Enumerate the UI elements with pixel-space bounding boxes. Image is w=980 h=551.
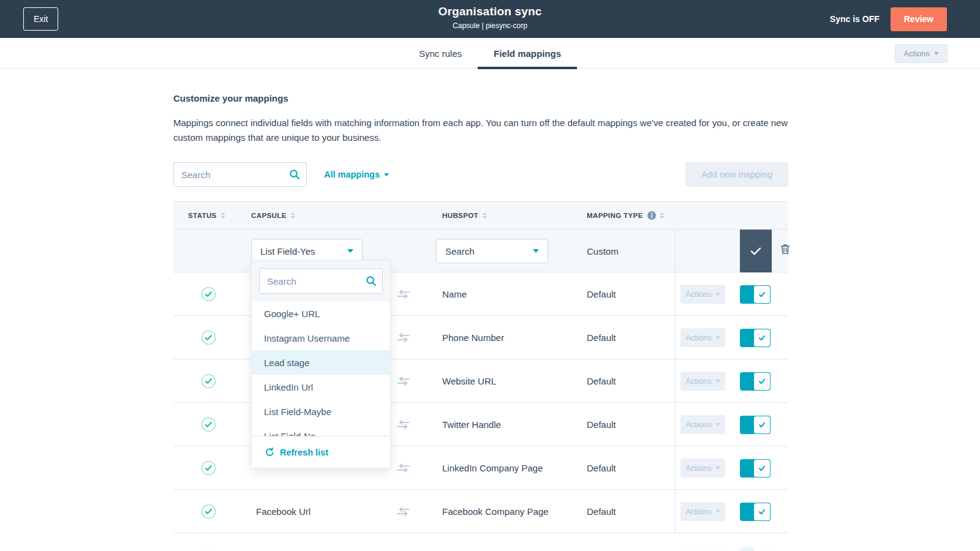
hubspot-field-name: Facebook Company Page	[436, 506, 578, 517]
hubspot-field-name: Website URL	[436, 376, 578, 386]
page-subtitle: Capsule | piesync-corp	[438, 21, 541, 30]
info-icon[interactable]	[647, 211, 656, 220]
toggle-knob	[753, 329, 771, 347]
hubspot-field-name: LinkedIn Company Page	[436, 463, 578, 473]
check-icon	[757, 463, 767, 473]
mapping-enabled-toggle[interactable]	[740, 329, 771, 347]
sync-status-label: Sync is OFF	[830, 14, 880, 24]
capsule-field-select[interactable]: List Field-Yes	[251, 239, 363, 263]
dropdown-option[interactable]: LinkedIn Url	[252, 375, 390, 399]
mapping-enabled-toggle[interactable]	[740, 285, 771, 304]
chevron-down-icon	[715, 336, 720, 339]
hubspot-field-name: Twitter Handle	[436, 419, 578, 430]
mapping-enabled-toggle[interactable]	[740, 416, 771, 434]
dropdown-option[interactable]: List Field-No	[252, 424, 390, 436]
delete-mapping-button[interactable]	[780, 243, 791, 257]
exit-button[interactable]: Exit	[23, 7, 58, 31]
dropdown-search-input[interactable]	[259, 268, 383, 294]
synced-check-icon	[201, 504, 216, 519]
mapping-type-value: Custom	[578, 246, 675, 257]
table-row-partial	[173, 533, 788, 551]
tab-sync-rules[interactable]: Sync rules	[403, 38, 478, 69]
sync-arrows-icon	[396, 290, 410, 299]
column-header-hubspot[interactable]: HUBSPOT	[436, 212, 578, 219]
hubspot-field-select-value: Search	[445, 246, 475, 257]
column-header-capsule[interactable]: CAPSULE	[251, 212, 436, 219]
mapping-type-value: Default	[578, 332, 675, 343]
sort-icon	[482, 212, 487, 219]
column-header-status[interactable]: STATUS	[173, 212, 251, 219]
main-content: Customize your mappings Mappings connect…	[173, 69, 788, 551]
refresh-icon	[265, 448, 274, 457]
mapping-enabled-toggle[interactable]	[740, 459, 771, 478]
toggle-knob	[753, 285, 771, 304]
chevron-down-icon	[347, 249, 353, 253]
review-button[interactable]: Review	[891, 7, 947, 31]
check-icon	[757, 420, 767, 430]
sort-icon	[221, 212, 225, 219]
check-icon	[748, 244, 763, 258]
toggle-knob	[753, 459, 771, 478]
actions-dropdown-button[interactable]: Actions	[895, 44, 948, 63]
sync-arrows-icon	[396, 333, 410, 342]
synced-check-icon	[201, 417, 216, 432]
mapping-type-value: Default	[578, 506, 675, 517]
check-icon	[757, 333, 767, 343]
row-actions-button[interactable]: Actions	[680, 285, 725, 304]
hubspot-field-name: Name	[436, 289, 578, 299]
page-title: Organisation sync	[438, 5, 541, 18]
sort-icon	[290, 212, 295, 219]
section-description: Mappings connect individual fields with …	[173, 116, 788, 145]
row-actions-button[interactable]: Actions	[680, 502, 725, 521]
row-actions-button[interactable]: Actions	[680, 459, 725, 478]
dropdown-option-selected[interactable]: Lead stage	[252, 350, 390, 375]
synced-check-icon	[201, 373, 216, 389]
tab-field-mappings[interactable]: Field mappings	[478, 38, 577, 69]
check-icon	[757, 507, 767, 517]
sync-arrows-icon	[396, 420, 410, 429]
row-actions-button[interactable]: Actions	[680, 328, 725, 347]
synced-check-icon	[201, 460, 216, 476]
search-icon	[366, 276, 377, 287]
toggle-knob	[753, 503, 771, 521]
capsule-field-name: Facebook Url	[256, 506, 311, 517]
mapping-enabled-toggle[interactable]	[740, 372, 771, 391]
row-actions-button[interactable]: Actions	[680, 372, 725, 391]
mapping-type-value: Default	[578, 289, 675, 299]
actions-dropdown-label: Actions	[903, 49, 930, 58]
chevron-down-icon	[715, 380, 720, 383]
confirm-mapping-button[interactable]	[740, 230, 772, 272]
mappings-filter-dropdown[interactable]: All mappings	[324, 170, 389, 179]
sync-arrows-icon	[396, 507, 410, 516]
refresh-list-button[interactable]: Refresh list	[265, 448, 328, 457]
mapping-search	[173, 162, 307, 187]
row-actions-button[interactable]: Actions	[680, 415, 725, 434]
toggle-knob	[753, 416, 771, 434]
mapping-enabled-toggle[interactable]	[740, 503, 771, 521]
chevron-down-icon	[934, 52, 939, 55]
title-block: Organisation sync Capsule | piesync-corp	[438, 5, 541, 30]
mapping-type-value: Default	[578, 419, 675, 430]
hubspot-field-name: Phone Number	[436, 332, 578, 343]
dropdown-option-list: Google+ URL Instagram Username Lead stag…	[252, 301, 390, 436]
trash-icon	[780, 243, 791, 255]
hubspot-field-select[interactable]: Search	[436, 239, 548, 263]
dropdown-option[interactable]: Instagram Username	[252, 326, 390, 350]
chevron-down-icon	[533, 249, 539, 253]
chevron-down-icon	[715, 467, 720, 470]
section-heading: Customize your mappings	[173, 93, 788, 103]
check-icon	[757, 290, 767, 299]
mapping-type-value: Default	[578, 376, 675, 386]
toggle-knob	[753, 372, 771, 391]
dropdown-option[interactable]: List Field-Maybe	[252, 399, 390, 424]
capsule-field-dropdown: Google+ URL Instagram Username Lead stag…	[251, 260, 391, 468]
field-mappings-table: STATUS CAPSULE HUBSPOT MAPPING TYPE	[173, 201, 788, 551]
chevron-down-icon	[715, 423, 720, 426]
column-header-mapping-type[interactable]: MAPPING TYPE	[578, 211, 675, 220]
mapping-search-input[interactable]	[173, 162, 307, 187]
chevron-down-icon	[715, 510, 720, 513]
chevron-down-icon	[384, 173, 389, 176]
dropdown-option[interactable]: Google+ URL	[252, 301, 390, 326]
add-new-mapping-button[interactable]: Add new mapping	[685, 162, 788, 187]
top-bar: Exit Organisation sync Capsule | piesync…	[0, 0, 980, 38]
